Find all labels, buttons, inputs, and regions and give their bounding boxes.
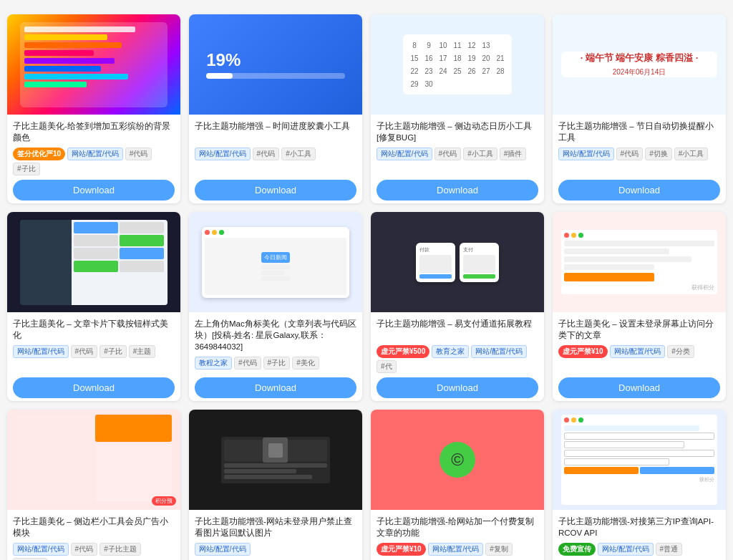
card-6-tag-1[interactable]: #代码: [234, 357, 261, 370]
card-9-tag-0[interactable]: 网站/配置/代码: [13, 543, 69, 556]
card-7-thumbnail: 付款 支付: [371, 212, 544, 312]
card-7-tag-1[interactable]: 教育之家: [432, 345, 469, 358]
card-12-thumbnail: 获积分: [553, 410, 726, 510]
card-1-tag-0: 签分优化严10: [13, 148, 65, 160]
card-6-tags: 教程之家 #代码 #子比 #美化: [195, 357, 356, 370]
card-12-body: 子比主题功能增强-对接第三方IP查询API- RCOV API 免费宣传 网站/…: [553, 510, 726, 560]
card-3-tag-2[interactable]: #小工具: [463, 148, 497, 160]
card-8-tag-1[interactable]: 网站/配置/代码: [610, 345, 666, 358]
card-1-body: 子比主题美化-给签到增加五彩缤纷的背景颜色 签分优化严10 网站/配置/代码 #…: [7, 115, 180, 203]
card-2-tags: 网站/配置/代码 #代码 #小工具: [195, 148, 356, 160]
card-3-tag-0[interactable]: 网站/配置/代码: [377, 148, 432, 160]
card-5-tag-0[interactable]: 网站/配置/代码: [13, 345, 69, 358]
card-2-thumbnail: 19%: [189, 14, 362, 115]
card-6-title: 左上角仿Mac角标美化（文章列表与代码区块）[投稿-姓名: 星辰Galaxy,联…: [195, 318, 356, 352]
card-1-tag-3[interactable]: #子比: [13, 163, 40, 175]
card-5-tag-1[interactable]: #代码: [71, 345, 98, 358]
card-5-body: 子比主题美化 – 文章卡片下载按钮样式美化 网站/配置/代码 #代码 #子比 #…: [7, 312, 180, 401]
card-5-title: 子比主题美化 – 文章卡片下载按钮样式美化: [13, 318, 175, 341]
card-7-tag-2[interactable]: 网站/配置/代码: [471, 345, 527, 358]
card-6: 今日新闻 左上角仿Mac角标美化（文章列表与代码区块）[投稿-姓名: 星辰Gal…: [189, 212, 362, 401]
card-11-tag-2[interactable]: #复制: [485, 543, 513, 556]
card-7-tag-0: 虚元严禁¥500: [377, 345, 429, 358]
card-9-tag-2[interactable]: #子比主题: [99, 543, 141, 556]
card-2-download[interactable]: Download: [195, 180, 356, 201]
card-8-thumbnail: 获得积分: [553, 212, 726, 312]
card-12-tag-1[interactable]: 网站/配置/代码: [598, 543, 654, 556]
page-container: 子比主题美化-给签到增加五彩缤纷的背景颜色 签分优化严10 网站/配置/代码 #…: [0, 0, 733, 560]
card-11-tag-0: 虚元严禁¥10: [377, 543, 426, 556]
card-9: 积分预 子比主题美化 – 侧边栏小工具会员广告小模块 网站/配置/代码 #代码 …: [7, 410, 180, 560]
card-1-title: 子比主题美化-给签到增加五彩缤纷的背景颜色: [13, 120, 175, 143]
card-11-thumbnail: ©: [371, 410, 544, 510]
card-2-tag-2[interactable]: #小工具: [281, 148, 316, 160]
card-6-download[interactable]: Download: [195, 377, 356, 398]
card-6-tag-0[interactable]: 教程之家: [195, 357, 232, 370]
card-1-thumbnail: [7, 14, 180, 115]
card-5: 子比主题美化 – 文章卡片下载按钮样式美化 网站/配置/代码 #代码 #子比 #…: [7, 212, 180, 401]
card-11-icon: ©: [440, 442, 475, 478]
card-7-download[interactable]: Download: [377, 377, 538, 398]
card-4: · 端午节 端午安康 粽香四溢 · 2024年06月14日 子比主题功能增强 –…: [553, 14, 726, 203]
card-5-tags: 网站/配置/代码 #代码 #子比 #主题: [13, 345, 175, 358]
card-8-title: 子比主题美化 – 设置未登录屏幕止访问分类下的文章: [558, 318, 720, 341]
card-9-body: 子比主题美化 – 侧边栏小工具会员广告小模块 网站/配置/代码 #代码 #子比主…: [7, 510, 180, 560]
card-5-tag-2[interactable]: #子比: [99, 345, 127, 358]
card-4-tag-1[interactable]: #代码: [616, 148, 644, 160]
card-2-percent: 19%: [206, 50, 345, 70]
card-9-tag-1[interactable]: #代码: [71, 543, 98, 556]
card-3-thumbnail: 8910111213 15161718192021 22232425262728…: [371, 14, 544, 115]
card-2-title: 子比主题功能增强 – 时间进度胶囊小工具: [195, 120, 356, 143]
card-6-tag-2[interactable]: #子比: [263, 357, 291, 370]
card-11: © 子比主题功能增强-给网站加一个付费复制文章的功能 虚元严禁¥10 网站/配置…: [371, 410, 544, 560]
card-12-tag-0: 免费宣传: [558, 543, 596, 556]
card-5-tag-3[interactable]: #主题: [129, 345, 156, 358]
card-10-thumbnail: [189, 410, 362, 510]
card-1: 子比主题美化-给签到增加五彩缤纷的背景颜色 签分优化严10 网站/配置/代码 #…: [7, 14, 180, 203]
card-1-tags: 签分优化严10 网站/配置/代码 #代码 #子比: [13, 148, 175, 175]
card-4-title: 子比主题功能增强 – 节日自动切换提醒小工具: [558, 120, 720, 143]
card-4-tags: 网站/配置/代码 #代码 #切换 #小工具: [558, 148, 720, 160]
card-grid: 子比主题美化-给签到增加五彩缤纷的背景颜色 签分优化严10 网站/配置/代码 #…: [7, 7, 726, 560]
card-3-body: 子比主题功能增强 – 侧边动态日历小工具[修复BUG] 网站/配置/代码 #代码…: [371, 115, 544, 203]
card-4-tag-2[interactable]: #切换: [645, 148, 672, 160]
card-9-title: 子比主题美化 – 侧边栏小工具会员广告小模块: [13, 516, 175, 539]
card-3-tag-3[interactable]: #插件: [500, 148, 527, 160]
card-11-tag-1[interactable]: 网站/配置/代码: [428, 543, 484, 556]
card-3-title: 子比主题功能增强 – 侧边动态日历小工具[修复BUG]: [377, 120, 538, 143]
card-11-title: 子比主题功能增强-给网站加一个付费复制文章的功能: [377, 516, 538, 539]
card-6-tag-3[interactable]: #美化: [292, 357, 319, 370]
card-8-download[interactable]: Download: [558, 377, 720, 398]
card-11-tags: 虚元严禁¥10 网站/配置/代码 #复制: [377, 543, 538, 556]
card-3: 8910111213 15161718192021 22232425262728…: [371, 14, 544, 203]
card-1-tag-1[interactable]: 网站/配置/代码: [67, 148, 123, 160]
card-12-tags: 免费宣传 网站/配置/代码 #普通: [558, 543, 720, 556]
card-7-body: 子比主题功能增强 – 易支付通道拓展教程 虚元严禁¥500 教育之家 网站/配置…: [371, 312, 544, 401]
card-4-thumbnail: · 端午节 端午安康 粽香四溢 · 2024年06月14日: [553, 14, 726, 115]
card-2-tag-1[interactable]: #代码: [253, 148, 280, 160]
card-4-tag-0[interactable]: 网站/配置/代码: [558, 148, 614, 160]
card-1-tag-2[interactable]: #代码: [125, 148, 152, 160]
card-5-download[interactable]: Download: [13, 377, 175, 398]
card-7: 付款 支付 子比主题功能增强 – 易支付通道拓展教程 虚元严禁¥500 教育之家: [371, 212, 544, 401]
card-10-body: 子比主题功能增强-网站未登录用户禁止查看图片返回默认图片 网站/配置/代码 Do…: [189, 510, 362, 560]
card-2-body: 子比主题功能增强 – 时间进度胶囊小工具 网站/配置/代码 #代码 #小工具 D…: [189, 115, 362, 203]
card-4-tag-3[interactable]: #小工具: [674, 148, 709, 160]
card-8-tag-0: 虚元严禁¥10: [558, 345, 608, 358]
card-1-download[interactable]: Download: [13, 180, 175, 201]
card-3-download[interactable]: Download: [377, 180, 538, 201]
card-4-download[interactable]: Download: [558, 180, 720, 201]
card-8-body: 子比主题美化 – 设置未登录屏幕止访问分类下的文章 虚元严禁¥10 网站/配置/…: [553, 312, 726, 401]
card-3-tags: 网站/配置/代码 #代码 #小工具 #插件: [377, 148, 538, 160]
card-10-tag-0[interactable]: 网站/配置/代码: [195, 543, 251, 556]
card-7-tag-3[interactable]: #代: [377, 360, 397, 373]
card-11-body: 子比主题功能增强-给网站加一个付费复制文章的功能 虚元严禁¥10 网站/配置/代…: [371, 510, 544, 560]
card-2-tag-0[interactable]: 网站/配置/代码: [195, 148, 251, 160]
card-8-tag-2[interactable]: #分类: [667, 345, 694, 358]
card-12: 获积分 子比主题功能增强-对接第三方IP查询API- RCOV API 免费宣传…: [553, 410, 726, 560]
card-9-tags: 网站/配置/代码 #代码 #子比主题 #小工具: [13, 543, 175, 560]
card-7-tags: 虚元严禁¥500 教育之家 网站/配置/代码 #代: [377, 345, 538, 373]
card-6-body: 左上角仿Mac角标美化（文章列表与代码区块）[投稿-姓名: 星辰Galaxy,联…: [189, 312, 362, 401]
card-12-tag-2[interactable]: #普通: [656, 543, 683, 556]
card-3-tag-1[interactable]: #代码: [435, 148, 462, 160]
